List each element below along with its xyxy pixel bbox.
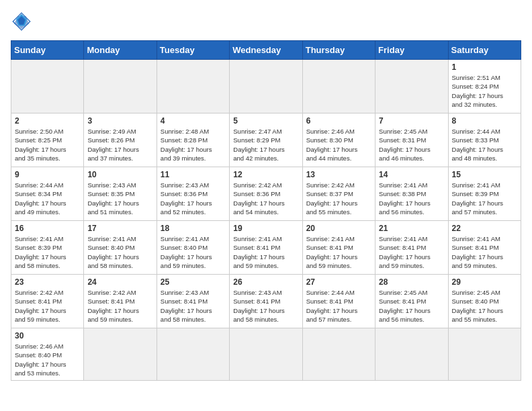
calendar-day-cell: 18Sunrise: 2:41 AM Sunset: 8:40 PM Dayli… [157,221,229,275]
day-info: Sunrise: 2:48 AM Sunset: 8:28 PM Dayligh… [161,127,226,163]
day-number: 4 [161,116,226,126]
calendar-day-cell: 30Sunrise: 2:46 AM Sunset: 8:40 PM Dayli… [11,328,84,381]
day-info: Sunrise: 2:41 AM Sunset: 8:38 PM Dayligh… [379,181,444,216]
calendar-week-row: 16Sunrise: 2:41 AM Sunset: 8:39 PM Dayli… [11,221,521,275]
calendar-day-cell: 21Sunrise: 2:41 AM Sunset: 8:41 PM Dayli… [375,221,448,275]
calendar-week-row: 23Sunrise: 2:42 AM Sunset: 8:41 PM Dayli… [11,275,521,328]
day-info: Sunrise: 2:43 AM Sunset: 8:41 PM Dayligh… [233,288,298,324]
day-info: Sunrise: 2:41 AM Sunset: 8:40 PM Dayligh… [161,234,226,270]
calendar-week-row: 1Sunrise: 2:51 AM Sunset: 8:24 PM Daylig… [11,60,521,113]
day-number: 3 [87,116,152,126]
day-info: Sunrise: 2:46 AM Sunset: 8:30 PM Dayligh… [306,127,371,163]
day-info: Sunrise: 2:41 AM Sunset: 8:41 PM Dayligh… [379,234,444,270]
calendar-day-cell: 16Sunrise: 2:41 AM Sunset: 8:39 PM Dayli… [11,221,84,275]
day-number: 20 [306,224,371,233]
calendar-header-row: SundayMondayTuesdayWednesdayThursdayFrid… [11,41,521,60]
calendar-day-cell: 1Sunrise: 2:51 AM Sunset: 8:24 PM Daylig… [448,60,521,113]
logo-icon [11,11,32,32]
day-info: Sunrise: 2:41 AM Sunset: 8:41 PM Dayligh… [306,234,371,270]
calendar-day-cell: 5Sunrise: 2:47 AM Sunset: 8:29 PM Daylig… [230,113,302,167]
day-header-monday: Monday [84,41,157,60]
calendar-day-cell [84,328,157,381]
calendar-day-cell: 24Sunrise: 2:42 AM Sunset: 8:41 PM Dayli… [84,275,157,328]
day-number: 6 [306,116,371,126]
calendar-day-cell [11,60,84,113]
calendar-day-cell: 25Sunrise: 2:43 AM Sunset: 8:41 PM Dayli… [157,275,229,328]
day-number: 7 [379,116,444,126]
day-info: Sunrise: 2:44 AM Sunset: 8:41 PM Dayligh… [306,288,371,324]
day-info: Sunrise: 2:43 AM Sunset: 8:35 PM Dayligh… [87,181,152,216]
day-number: 13 [306,170,371,179]
calendar-day-cell: 23Sunrise: 2:42 AM Sunset: 8:41 PM Dayli… [11,275,84,328]
day-header-wednesday: Wednesday [230,41,302,60]
calendar-day-cell: 15Sunrise: 2:41 AM Sunset: 8:39 PM Dayli… [448,167,521,221]
day-number: 10 [87,170,152,179]
calendar-day-cell [230,328,302,381]
day-info: Sunrise: 2:42 AM Sunset: 8:41 PM Dayligh… [15,288,80,324]
day-header-friday: Friday [375,41,448,60]
day-info: Sunrise: 2:45 AM Sunset: 8:31 PM Dayligh… [379,127,444,163]
calendar-day-cell: 28Sunrise: 2:45 AM Sunset: 8:41 PM Dayli… [375,275,448,328]
calendar-day-cell [448,328,521,381]
day-info: Sunrise: 2:43 AM Sunset: 8:36 PM Dayligh… [161,181,226,216]
day-info: Sunrise: 2:41 AM Sunset: 8:39 PM Dayligh… [452,181,517,216]
calendar-day-cell: 8Sunrise: 2:44 AM Sunset: 8:33 PM Daylig… [448,113,521,167]
day-number: 21 [379,224,444,233]
day-info: Sunrise: 2:44 AM Sunset: 8:33 PM Dayligh… [452,127,517,163]
day-number: 9 [15,170,80,179]
day-info: Sunrise: 2:51 AM Sunset: 8:24 PM Dayligh… [452,73,517,109]
day-number: 1 [452,62,517,72]
logo [11,11,35,32]
calendar-week-row: 2Sunrise: 2:50 AM Sunset: 8:25 PM Daylig… [11,113,521,167]
day-number: 2 [15,116,80,126]
day-info: Sunrise: 2:42 AM Sunset: 8:37 PM Dayligh… [306,181,371,216]
day-number: 11 [161,170,226,179]
day-number: 17 [87,224,152,233]
day-number: 23 [15,277,80,287]
calendar-day-cell: 7Sunrise: 2:45 AM Sunset: 8:31 PM Daylig… [375,113,448,167]
day-number: 16 [15,224,80,233]
calendar-week-row: 9Sunrise: 2:44 AM Sunset: 8:34 PM Daylig… [11,167,521,221]
calendar-day-cell: 9Sunrise: 2:44 AM Sunset: 8:34 PM Daylig… [11,167,84,221]
calendar-day-cell: 13Sunrise: 2:42 AM Sunset: 8:37 PM Dayli… [302,167,375,221]
page-container: SundayMondayTuesdayWednesdayThursdayFrid… [11,11,521,381]
calendar-day-cell: 19Sunrise: 2:41 AM Sunset: 8:41 PM Dayli… [230,221,302,275]
calendar-day-cell: 4Sunrise: 2:48 AM Sunset: 8:28 PM Daylig… [157,113,229,167]
calendar-day-cell [375,60,448,113]
day-number: 15 [452,170,517,179]
day-number: 29 [452,277,517,287]
calendar-day-cell: 3Sunrise: 2:49 AM Sunset: 8:26 PM Daylig… [84,113,157,167]
day-header-tuesday: Tuesday [157,41,229,60]
day-number: 8 [452,116,517,126]
day-number: 27 [306,277,371,287]
day-number: 26 [233,277,298,287]
day-number: 25 [161,277,226,287]
calendar-day-cell: 12Sunrise: 2:42 AM Sunset: 8:36 PM Dayli… [230,167,302,221]
calendar-day-cell: 2Sunrise: 2:50 AM Sunset: 8:25 PM Daylig… [11,113,84,167]
day-number: 12 [233,170,298,179]
calendar-day-cell: 20Sunrise: 2:41 AM Sunset: 8:41 PM Dayli… [302,221,375,275]
calendar-day-cell [157,328,229,381]
calendar-day-cell [230,60,302,113]
day-info: Sunrise: 2:45 AM Sunset: 8:40 PM Dayligh… [452,288,517,324]
day-info: Sunrise: 2:45 AM Sunset: 8:41 PM Dayligh… [379,288,444,324]
day-header-thursday: Thursday [302,41,375,60]
day-info: Sunrise: 2:41 AM Sunset: 8:39 PM Dayligh… [15,234,80,270]
day-info: Sunrise: 2:49 AM Sunset: 8:26 PM Dayligh… [87,127,152,163]
day-number: 22 [452,224,517,233]
calendar-day-cell: 17Sunrise: 2:41 AM Sunset: 8:40 PM Dayli… [84,221,157,275]
calendar-day-cell: 26Sunrise: 2:43 AM Sunset: 8:41 PM Dayli… [230,275,302,328]
day-number: 19 [233,224,298,233]
calendar-day-cell: 27Sunrise: 2:44 AM Sunset: 8:41 PM Dayli… [302,275,375,328]
day-info: Sunrise: 2:41 AM Sunset: 8:41 PM Dayligh… [233,234,298,270]
calendar-day-cell: 29Sunrise: 2:45 AM Sunset: 8:40 PM Dayli… [448,275,521,328]
calendar-week-row: 30Sunrise: 2:46 AM Sunset: 8:40 PM Dayli… [11,328,521,381]
day-info: Sunrise: 2:41 AM Sunset: 8:41 PM Dayligh… [452,234,517,270]
calendar-day-cell [302,328,375,381]
calendar-table: SundayMondayTuesdayWednesdayThursdayFrid… [11,40,521,381]
calendar-day-cell [302,60,375,113]
day-info: Sunrise: 2:42 AM Sunset: 8:41 PM Dayligh… [87,288,152,324]
day-info: Sunrise: 2:43 AM Sunset: 8:41 PM Dayligh… [161,288,226,324]
day-number: 18 [161,224,226,233]
calendar-day-cell [157,60,229,113]
